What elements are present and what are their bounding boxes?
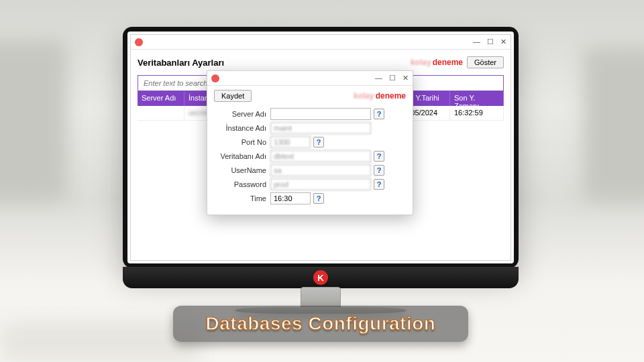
label-password: Password — [214, 180, 270, 188]
minimize-icon[interactable]: — — [473, 38, 480, 46]
maximize-icon[interactable]: ☐ — [487, 38, 494, 46]
label-port: Port No — [214, 138, 270, 146]
caption-text: Databases Configuration — [206, 313, 436, 335]
app-icon — [135, 38, 143, 46]
label-time: Time — [214, 194, 270, 202]
port-input[interactable] — [270, 136, 311, 148]
db-input[interactable] — [270, 150, 371, 162]
help-icon[interactable]: ? — [313, 137, 324, 147]
label-instance: İnstance Adı — [214, 124, 270, 132]
save-button[interactable]: Kaydet — [214, 90, 252, 102]
brand-label: kolaydeneme — [354, 91, 406, 101]
minimize-icon[interactable]: — — [375, 74, 382, 82]
help-icon[interactable]: ? — [374, 165, 384, 176]
label-db: Veritabanı Adı — [214, 152, 270, 160]
screen: — ☐ ✕ Veritabanları Ayarları kolaydeneme… — [127, 32, 514, 263]
dialog-titlebar: — ☐ ✕ — [207, 71, 413, 86]
monitor-logo: K — [313, 270, 328, 285]
col-server[interactable]: Server Adı — [138, 91, 184, 106]
col-time[interactable]: Son Y. Zamanı — [450, 91, 504, 106]
app-icon — [211, 74, 219, 82]
help-icon[interactable]: ? — [374, 179, 384, 190]
brand-label: kolaydeneme — [411, 58, 463, 67]
help-icon[interactable]: ? — [313, 193, 324, 204]
close-icon[interactable]: ✕ — [500, 38, 506, 46]
maximize-icon[interactable]: ☐ — [389, 74, 396, 82]
page-title: Veritabanları Ayarları — [138, 58, 224, 68]
close-icon[interactable]: ✕ — [402, 74, 409, 82]
instance-input[interactable] — [270, 122, 371, 134]
back-window-titlebar: — ☐ ✕ — [131, 35, 511, 50]
monitor-frame: — ☐ ✕ Veritabanları Ayarları kolaydeneme… — [123, 27, 519, 268]
time-input[interactable] — [270, 192, 311, 204]
password-input[interactable] — [270, 178, 371, 190]
help-icon[interactable]: ? — [374, 109, 384, 119]
monitor-chin: K — [123, 267, 519, 288]
help-icon[interactable]: ? — [374, 151, 384, 162]
label-server: Server Adı — [214, 110, 270, 118]
show-button[interactable]: Göster — [467, 56, 504, 68]
caption-banner: Databases Configuration — [173, 306, 468, 342]
edit-dialog: — ☐ ✕ Kaydet kolaydeneme Server Adı ? — [207, 70, 413, 215]
label-user: UserName — [214, 166, 270, 174]
user-input[interactable] — [270, 164, 371, 176]
server-input[interactable] — [270, 108, 371, 120]
